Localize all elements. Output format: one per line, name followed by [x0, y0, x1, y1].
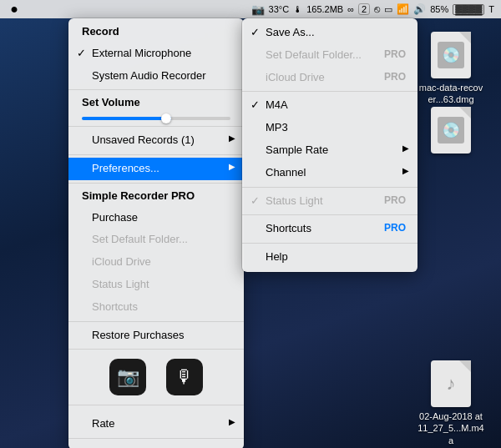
system-audio-item[interactable]: System Audio Recorder	[68, 65, 244, 88]
status-light-main-item[interactable]: Status Light	[68, 274, 244, 296]
volume-slider-row[interactable]	[68, 113, 244, 123]
number-badge: 2	[358, 3, 370, 15]
icloud-sub-label: iCloud Drive	[266, 71, 325, 83]
memory-display: 165.2MB	[306, 4, 343, 14]
quit-item[interactable]	[68, 441, 244, 446]
help-item[interactable]: Help	[242, 246, 418, 269]
mic-app-icon[interactable]: 🎙	[166, 359, 203, 395]
camera-icon: 📷	[117, 366, 139, 388]
time-display: T	[488, 4, 494, 14]
set-default-folder-sub-label: Set Default Folder...	[266, 48, 362, 61]
menubar-right: 📷 33°C 🌡 165.2MB ∞ 2 ⎋ ▭ 📶 🔊 85% ▓▓▓▓ T	[251, 3, 494, 16]
purchase-item[interactable]: Purchase	[68, 207, 244, 229]
dmg-icon-inner-1: 💿	[438, 42, 464, 68]
volume-thumb[interactable]	[161, 113, 171, 123]
status-light-main-label: Status Light	[92, 278, 149, 290]
mp3-label: MP3	[266, 121, 288, 133]
music-file-icon: ♪	[431, 360, 471, 407]
set-volume-header: Set Volume	[68, 93, 244, 113]
sep3	[68, 154, 244, 155]
sample-rate-label: Sample Rate	[266, 143, 328, 156]
save-as-label: Save As...	[266, 26, 315, 38]
mic-icon: 🎙	[175, 366, 194, 388]
battery-percent: 85%	[430, 4, 448, 14]
icloud-drive-item[interactable]: iCloud Drive	[68, 251, 244, 274]
apple-menu-icon[interactable]: ●	[7, 2, 22, 17]
dmg-icon-1: 💿	[431, 32, 471, 78]
camera-menubar-icon[interactable]: 📷	[251, 3, 265, 16]
shortcuts-sub-item[interactable]: Shortcuts PRO	[242, 218, 418, 240]
help-label: Help	[266, 250, 288, 263]
dmg-label-1: mac-data-recover...63.dmg	[418, 82, 484, 106]
sub-sep1	[242, 91, 418, 92]
music-label: 02-Aug-2018 at 11_27_5...M.m4a	[418, 410, 484, 446]
external-microphone-item[interactable]: External Microphone	[68, 43, 244, 65]
sep1	[68, 89, 244, 90]
preferences-item[interactable]: Preferences...	[68, 158, 244, 180]
sub-sep2	[242, 187, 418, 188]
menubar: ● 📷 33°C 🌡 165.2MB ∞ 2 ⎋ ▭ 📶 🔊 85% ▓▓▓▓ …	[0, 0, 501, 18]
mp3-item[interactable]: MP3	[242, 117, 418, 139]
status-light-sub-label: Status Light	[266, 194, 323, 207]
desktop-icon-dmg2[interactable]: 💿	[418, 107, 484, 157]
sep6	[68, 349, 244, 350]
desktop-icon-music[interactable]: ♪ 02-Aug-2018 at 11_27_5...M.m4a	[418, 360, 484, 446]
m4a-label: M4A	[266, 98, 288, 111]
camera-app-icon[interactable]: 📷	[109, 359, 146, 395]
icloud-pro-badge: PRO	[384, 69, 406, 85]
channel-item[interactable]: Channel	[242, 162, 418, 184]
tell-a-friend-item[interactable]: Rate	[68, 413, 244, 435]
save-as-item[interactable]: Save As...	[242, 22, 418, 44]
battery-bar-icon: ▓▓▓▓	[453, 4, 484, 15]
menubar-items	[25, 8, 251, 10]
app-icons-row: 📷 🎙	[68, 352, 244, 402]
thermometer-icon: 🌡	[293, 4, 302, 14]
wifi-icon[interactable]: 📶	[397, 3, 409, 15]
music-note-icon: ♪	[447, 373, 456, 395]
record-header: Record	[68, 22, 244, 43]
bluetooth-icon[interactable]: ⎋	[374, 3, 380, 15]
volume-slider[interactable]	[82, 117, 230, 120]
shortcuts-main-label: Shortcuts	[92, 300, 138, 313]
preferences-submenu: Save As... Set Default Folder... PRO iCl…	[242, 18, 418, 272]
restore-purchases-label: Restore Purchases	[92, 329, 185, 341]
temp-display: 33°C	[269, 4, 290, 14]
shortcuts-sub-label: Shortcuts	[266, 222, 311, 234]
sub-sep4	[242, 243, 418, 244]
infinity-icon: ∞	[347, 4, 354, 14]
set-default-folder-label: Set Default Folder...	[92, 233, 188, 245]
dmg-icon-inner-2: 💿	[438, 117, 464, 143]
icloud-sub-item[interactable]: iCloud Drive PRO	[242, 67, 418, 89]
sub-sep3	[242, 214, 418, 215]
volume-icon[interactable]: 🔊	[413, 3, 426, 15]
simple-recorder-pro-header: Simple Recorder PRO	[68, 186, 244, 207]
channel-label: Channel	[266, 166, 306, 179]
set-default-folder-item[interactable]: Set Default Folder...	[68, 229, 244, 251]
sample-rate-item[interactable]: Sample Rate	[242, 139, 418, 162]
sep4	[68, 183, 244, 184]
m4a-item[interactable]: M4A	[242, 94, 418, 117]
desktop-icon-dmg1[interactable]: 💿 mac-data-recover...63.dmg	[418, 32, 484, 106]
purchase-label: Purchase	[92, 211, 138, 224]
status-light-sub-item[interactable]: Status Light PRO	[242, 190, 418, 213]
sep8	[68, 438, 244, 439]
menubar-app-name[interactable]	[25, 8, 35, 10]
shortcuts-main-item[interactable]: Shortcuts	[68, 296, 244, 319]
sep7	[68, 405, 244, 405]
shortcuts-pro-badge: PRO	[384, 220, 406, 236]
restore-purchases-item[interactable]: Restore Purchases	[68, 325, 244, 347]
preferences-label: Preferences...	[92, 162, 159, 174]
icloud-drive-label: iCloud Drive	[92, 255, 151, 268]
battery-menubar-icon[interactable]: ▭	[384, 4, 392, 15]
status-light-pro-badge: PRO	[384, 193, 406, 209]
ext-mic-label: External Microphone	[92, 47, 191, 59]
set-default-pro-badge: PRO	[384, 47, 406, 63]
unsaved-records-label: Unsaved Records (1)	[92, 133, 195, 146]
set-default-folder-sub-item[interactable]: Set Default Folder... PRO	[242, 44, 418, 67]
unsaved-records-item[interactable]: Unsaved Records (1)	[68, 129, 244, 152]
tell-a-friend-label: Rate	[92, 417, 114, 430]
main-menu: Record External Microphone System Audio …	[68, 18, 244, 448]
sys-audio-label: System Audio Recorder	[92, 69, 206, 82]
sep2	[68, 126, 244, 127]
dmg-icon-2: 💿	[431, 107, 471, 154]
